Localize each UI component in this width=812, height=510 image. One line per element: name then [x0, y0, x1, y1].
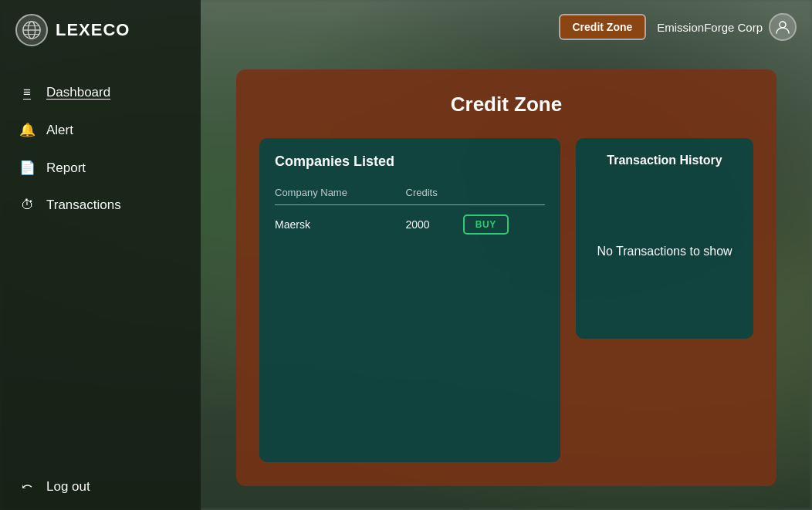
topbar: Credit Zone EmissionForge Corp [201, 0, 812, 54]
company-name-cell: Maersk [275, 205, 406, 240]
logout-label: Log out [46, 479, 90, 495]
dashboard-icon: ≡ [19, 85, 36, 100]
user-name: EmissionForge Corp [657, 21, 763, 34]
sidebar-item-report-label: Report [46, 160, 86, 176]
logo-svg [22, 20, 42, 40]
credits-cell: 2000 [406, 205, 463, 240]
sidebar-item-alert-label: Alert [46, 123, 73, 138]
sidebar-item-dashboard[interactable]: ≡ Dashboard [0, 76, 201, 110]
transaction-title: Transaction History [591, 154, 738, 167]
col-credits: Credits [406, 182, 463, 205]
col-company-name: Company Name [275, 182, 406, 205]
svg-point-5 [780, 22, 786, 28]
companies-table: Company Name Credits Maersk2000BUY [275, 182, 545, 239]
sidebar-item-report[interactable]: 📄 Report [0, 150, 201, 185]
buy-button[interactable]: BUY [463, 214, 509, 235]
table-row: Maersk2000BUY [275, 205, 545, 240]
main-nav: ≡ Dashboard 🔔 Alert 📄 Report ⏱ Transacti… [0, 60, 201, 463]
logout-icon: ⤺ [19, 478, 36, 495]
sidebar-item-alert[interactable]: 🔔 Alert [0, 113, 201, 147]
avatar-icon [775, 19, 790, 35]
credit-zone-button[interactable]: Credit Zone [559, 14, 647, 40]
sidebar-item-transactions[interactable]: ⏱ Transactions [0, 188, 201, 222]
sidebar-item-dashboard-label: Dashboard [46, 85, 110, 100]
logout-button[interactable]: ⤺ Log out [19, 478, 182, 495]
credit-zone-panel: Credit Zone Companies Listed Company Nam… [236, 69, 776, 486]
sidebar: LEXECO ≡ Dashboard 🔔 Alert 📄 Report ⏱ Tr… [0, 0, 201, 510]
no-transactions-message: No Transactions to show [591, 180, 738, 323]
user-avatar [769, 13, 797, 41]
transactions-icon: ⏱ [19, 198, 36, 213]
report-icon: 📄 [19, 160, 36, 176]
main-content: Credit Zone Companies Listed Company Nam… [201, 54, 812, 510]
companies-title: Companies Listed [275, 154, 545, 170]
logo-icon [15, 14, 48, 46]
alert-icon: 🔔 [19, 122, 36, 138]
action-cell: BUY [463, 205, 545, 240]
logo-area: LEXECO [0, 0, 201, 60]
user-info: EmissionForge Corp [657, 13, 797, 41]
sidebar-footer: ⤺ Log out [0, 463, 201, 510]
credit-zone-title: Credit Zone [259, 93, 753, 117]
transaction-panel: Transaction History No Transactions to s… [576, 138, 753, 339]
sidebar-item-transactions-label: Transactions [46, 198, 121, 213]
companies-panel: Companies Listed Company Name Credits Ma… [259, 138, 560, 462]
app-name: LEXECO [56, 20, 130, 40]
panel-row: Companies Listed Company Name Credits Ma… [259, 138, 753, 462]
col-action [463, 182, 545, 205]
